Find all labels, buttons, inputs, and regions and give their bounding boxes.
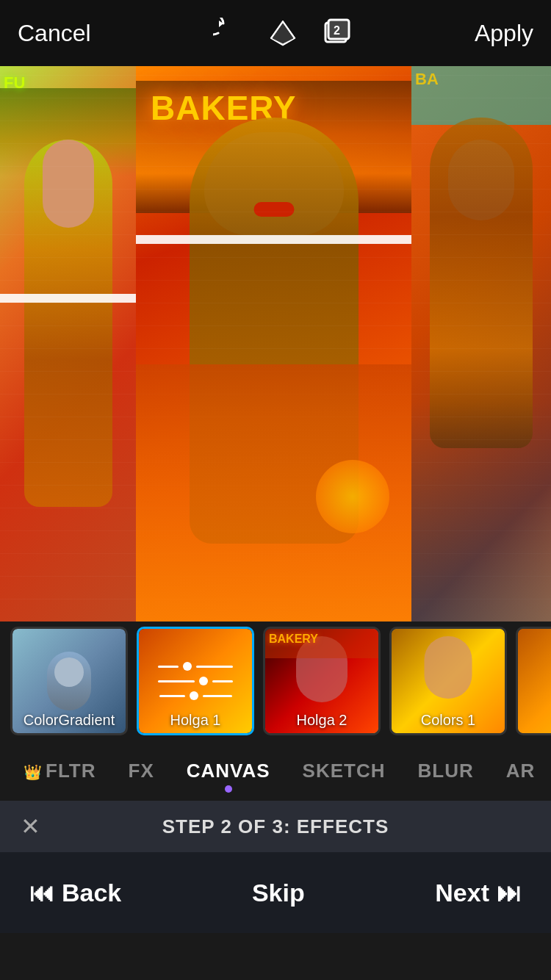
tab-canvas[interactable]: CANVAS	[170, 760, 287, 782]
tab-sketch[interactable]: SKETCH	[287, 760, 402, 782]
bottom-nav: ⏮ Back Skip Next ⏭	[0, 852, 551, 933]
top-bar: Cancel 2 Apply	[0, 0, 551, 66]
back-label: Back	[62, 879, 121, 907]
filter-strip: ColorGradient Holga 1	[0, 621, 551, 741]
filter-colors2-label: Colo...	[518, 712, 551, 729]
image-canvas: FU BAKERY	[0, 66, 551, 621]
filter-holga1-label: Holga 1	[139, 712, 252, 729]
image-panel-3: BA	[411, 66, 551, 621]
filter-colors1[interactable]: Colors 1	[389, 627, 507, 735]
next-label: Next	[435, 879, 489, 907]
next-button[interactable]: Next ⏭	[435, 879, 522, 907]
tab-ar[interactable]: AR	[490, 760, 551, 782]
category-tabs: FLTR FX CANVAS SKETCH BLUR AR	[0, 741, 551, 801]
image-panel-1: FU	[0, 66, 136, 621]
filter-holga2-label: Holga 2	[265, 712, 378, 729]
next-icon: ⏭	[497, 879, 522, 907]
guide-bar: ✕ STEP 2 OF 3: EFFECTS	[0, 801, 551, 852]
tab-fltr[interactable]: FLTR	[7, 760, 112, 782]
filter-colorgradient[interactable]: ColorGradient	[10, 627, 128, 735]
skip-button[interactable]: Skip	[252, 879, 305, 907]
apply-button[interactable]: Apply	[475, 20, 533, 47]
toolbar-icons: 2	[212, 17, 353, 49]
tab-blur[interactable]: BLUR	[402, 760, 490, 782]
back-button[interactable]: ⏮ Back	[29, 879, 121, 907]
filter-holga2[interactable]: BAKERY Holga 2	[263, 627, 381, 735]
layers-icon[interactable]: 2	[321, 17, 353, 49]
filter-colorgradient-label: ColorGradient	[12, 712, 126, 729]
guide-step-text: STEP 2 OF 3: EFFECTS	[162, 815, 389, 838]
filter-colors2[interactable]: Colo...	[516, 627, 551, 735]
image-panel-2: BAKERY	[136, 66, 411, 621]
filter-colors1-label: Colors 1	[392, 712, 505, 729]
eraser-icon[interactable]	[267, 17, 299, 49]
svg-text:2: 2	[334, 24, 340, 37]
cancel-button[interactable]: Cancel	[18, 20, 91, 47]
filter-holga1[interactable]: Holga 1	[137, 627, 254, 735]
close-guide-button[interactable]: ✕	[21, 813, 40, 840]
tab-fx[interactable]: FX	[112, 760, 170, 782]
refresh-icon[interactable]	[212, 17, 245, 49]
back-icon: ⏮	[29, 879, 54, 907]
